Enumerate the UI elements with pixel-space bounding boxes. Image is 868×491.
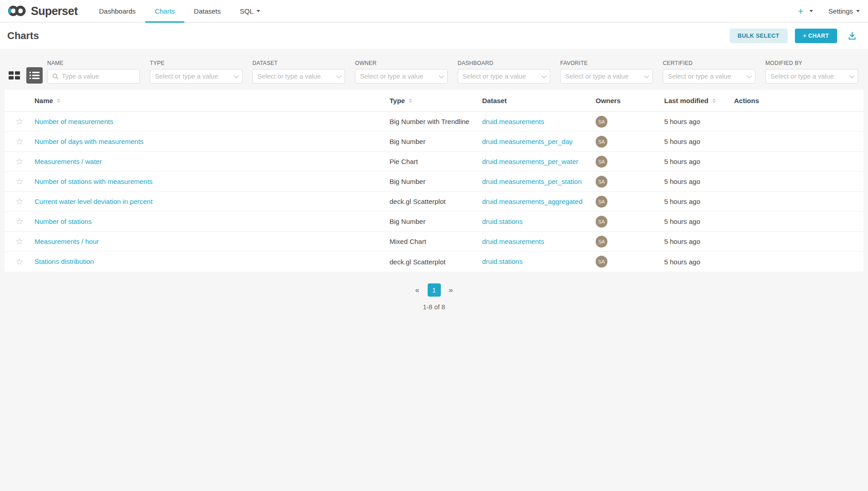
chevron-down-icon (644, 73, 649, 78)
row-name-link[interactable]: Number of stations with measurements (35, 178, 153, 185)
owner-avatar[interactable]: SA (596, 256, 607, 268)
table-header-row: NameTypeDatasetOwnersLast modifiedAction… (5, 90, 863, 112)
column-label: Actions (734, 97, 759, 104)
row-dataset-link[interactable]: druid.measurements (482, 118, 544, 125)
settings-label: Settings (829, 7, 853, 15)
page-header: Charts BULK SELECT + CHART (0, 23, 868, 49)
settings-menu-button[interactable]: Settings (829, 7, 860, 15)
favorite-star-icon[interactable]: ☆ (15, 137, 23, 146)
row-type: Mixed Chart (390, 238, 482, 245)
filter-dashboard: DASHBOARDSelect or type a value (458, 60, 550, 84)
row-last-modified: 5 hours ago (664, 258, 734, 266)
table-row: ☆ Stations distribution deck.gl Scatterp… (5, 252, 863, 272)
export-button[interactable] (847, 31, 857, 41)
sort-icon (712, 99, 716, 103)
row-name-link[interactable]: Measurements / hour (35, 238, 99, 245)
filter-label: NAME (47, 60, 140, 66)
brand-name: Superset (31, 5, 78, 18)
superset-brand[interactable]: Superset (7, 0, 78, 22)
filter-name: NAME (47, 60, 140, 84)
new-item-menu-button[interactable]: + (798, 6, 813, 16)
nav-item-charts[interactable]: Charts (145, 0, 184, 22)
select-placeholder: Select or type a value (360, 73, 436, 80)
plus-icon: + (798, 6, 804, 16)
filter-select[interactable]: Select or type a value (765, 69, 858, 84)
filter-select[interactable]: Select or type a value (252, 69, 345, 84)
card-view-toggle[interactable] (7, 69, 21, 82)
row-name-link[interactable]: Stations distribution (35, 258, 94, 265)
filter-label: MODIFIED BY (765, 60, 858, 66)
column-label: Type (390, 97, 405, 104)
favorite-star-icon[interactable]: ☆ (15, 117, 23, 126)
chevron-down-icon (542, 73, 547, 78)
row-dataset-link[interactable]: druid.measurements (482, 238, 544, 245)
filter-label: OWNER (355, 60, 448, 66)
chevron-down-icon (336, 73, 341, 78)
sort-icon (409, 99, 412, 103)
nav-item-sql[interactable]: SQL (230, 0, 270, 22)
select-placeholder: Select or type a value (565, 73, 641, 80)
row-name-link[interactable]: Current water level deviation in percent (35, 198, 153, 205)
new-chart-button[interactable]: + CHART (795, 29, 837, 43)
favorite-star-icon[interactable]: ☆ (15, 237, 23, 246)
favorite-star-icon[interactable]: ☆ (15, 217, 23, 226)
search-input[interactable] (62, 73, 135, 80)
column-header-name[interactable]: Name (35, 97, 390, 104)
table-row: ☆ Measurements / hour Mixed Chart druid.… (5, 232, 863, 252)
table-row: ☆ Measurements / water Pie Chart druid.m… (5, 152, 863, 172)
owner-avatar[interactable]: SA (596, 116, 607, 128)
owner-avatar[interactable]: SA (596, 196, 607, 208)
filter-label: DATASET (252, 60, 345, 66)
owner-avatar[interactable]: SA (596, 236, 607, 248)
filter-select[interactable]: Select or type a value (355, 69, 448, 84)
next-page-button[interactable]: » (447, 286, 455, 294)
row-dataset-link[interactable]: druid.measurements_aggregated (482, 198, 582, 205)
row-dataset-link[interactable]: druid.measurements_per_day (482, 138, 572, 145)
filter-select[interactable]: Select or type a value (560, 69, 653, 84)
list-view-toggle[interactable] (26, 67, 43, 84)
row-name-link[interactable]: Number of measurements (35, 118, 113, 125)
grid-icon (9, 71, 20, 80)
column-header-type[interactable]: Type (390, 97, 482, 104)
filter-type: TYPESelect or type a value (150, 60, 242, 84)
page-title: Charts (7, 30, 39, 42)
filter-select[interactable]: Select or type a value (150, 69, 242, 84)
row-type: Big Number (390, 138, 482, 145)
column-header-last-modified[interactable]: Last modified (664, 97, 734, 104)
name-search-field[interactable] (47, 69, 140, 84)
favorite-star-icon[interactable]: ☆ (15, 197, 23, 206)
owner-avatar[interactable]: SA (596, 216, 607, 228)
row-type: Big Number (390, 178, 482, 185)
row-name-link[interactable]: Number of days with measurements (35, 138, 143, 145)
table-row: ☆ Number of stations with measurements B… (5, 172, 863, 192)
row-dataset-link[interactable]: druid.stations (482, 258, 523, 265)
row-name-link[interactable]: Measurements / water (35, 158, 102, 165)
row-dataset-link[interactable]: druid.measurements_per_station (482, 178, 582, 185)
column-header-dataset: Dataset (482, 97, 596, 104)
favorite-star-icon[interactable]: ☆ (15, 258, 23, 266)
owner-avatar[interactable]: SA (596, 156, 607, 168)
nav-item-dashboards[interactable]: Dashboards (89, 0, 145, 22)
chevron-down-icon (234, 73, 239, 78)
row-name-link[interactable]: Number of stations (35, 218, 92, 225)
favorite-star-icon[interactable]: ☆ (15, 177, 23, 186)
row-last-modified: 5 hours ago (664, 238, 734, 245)
nav-item-datasets[interactable]: Datasets (184, 0, 230, 22)
chevron-down-icon (856, 10, 860, 12)
owner-avatar[interactable]: SA (596, 176, 607, 188)
row-type: Big Number with Trendline (390, 118, 482, 125)
table-row: ☆ Current water level deviation in perce… (5, 192, 863, 212)
bulk-select-button[interactable]: BULK SELECT (730, 29, 788, 43)
pagination: « 1 » 1-8 of 8 (0, 283, 868, 311)
row-dataset-link[interactable]: druid.stations (482, 218, 523, 225)
owner-avatar[interactable]: SA (596, 136, 607, 148)
filter-certified: CERTIFIEDSelect or type a value (663, 60, 755, 84)
favorite-star-icon[interactable]: ☆ (15, 157, 23, 166)
row-dataset-link[interactable]: druid.measurements_per_water (482, 158, 578, 165)
page-1-button[interactable]: 1 (428, 283, 441, 297)
filter-select[interactable]: Select or type a value (458, 69, 550, 84)
pagination-summary: 1-8 of 8 (0, 303, 868, 311)
filter-select[interactable]: Select or type a value (663, 69, 755, 84)
filter-favorite: FAVORITESelect or type a value (560, 60, 653, 84)
prev-page-button[interactable]: « (414, 286, 421, 294)
